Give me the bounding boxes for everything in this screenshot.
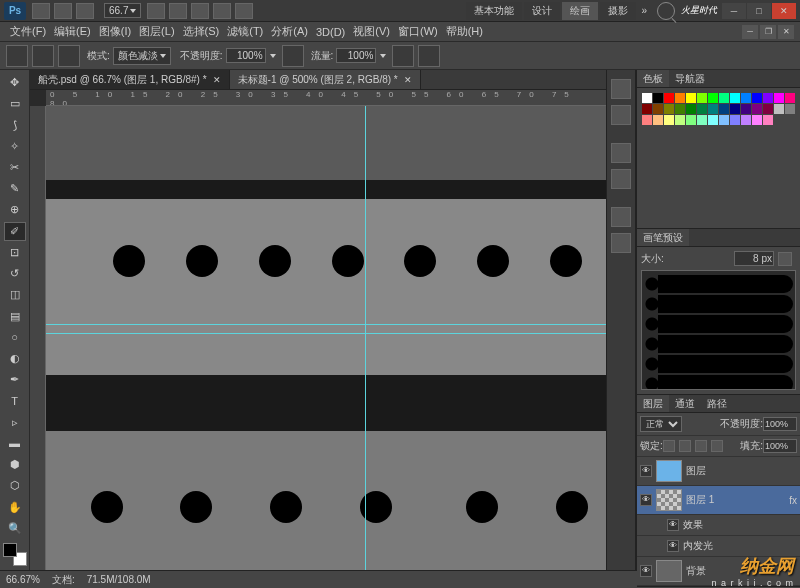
- brush-preset-item[interactable]: [644, 295, 793, 313]
- swatch-color[interactable]: [653, 104, 663, 114]
- swatch-color[interactable]: [664, 104, 674, 114]
- menu-view[interactable]: 视图(V): [349, 24, 394, 39]
- zoomtool-icon[interactable]: [169, 3, 187, 19]
- gradient-tool[interactable]: ▤: [4, 306, 26, 325]
- stamp-tool[interactable]: ⊡: [4, 243, 26, 262]
- opacity-input[interactable]: 100%: [226, 48, 266, 63]
- ruler-horizontal[interactable]: [46, 90, 606, 106]
- status-zoom[interactable]: 66.67%: [6, 574, 40, 585]
- swatch-color[interactable]: [686, 93, 696, 103]
- eyedropper-tool[interactable]: ✎: [4, 179, 26, 198]
- path-tool[interactable]: ▹: [4, 413, 26, 432]
- brush-preset-item[interactable]: [644, 375, 793, 390]
- lock-pixels-icon[interactable]: [679, 440, 691, 452]
- brush-preset-item[interactable]: [644, 335, 793, 353]
- tab-swatches[interactable]: 色板: [637, 70, 669, 87]
- search-icon[interactable]: [657, 2, 675, 20]
- swatch-color[interactable]: [675, 93, 685, 103]
- doc-minimize-button[interactable]: ─: [742, 25, 758, 39]
- hand-icon[interactable]: [147, 3, 165, 19]
- layer-row[interactable]: 👁 图层 1 fx: [637, 486, 800, 515]
- canvas[interactable]: [46, 106, 606, 570]
- swatch-color[interactable]: [675, 115, 685, 125]
- menu-layer[interactable]: 图层(L): [135, 24, 178, 39]
- swatch-color[interactable]: [785, 104, 795, 114]
- 3dcamera-tool[interactable]: ⬡: [4, 476, 26, 495]
- guide-horizontal[interactable]: [46, 324, 606, 325]
- swatch-color[interactable]: [708, 115, 718, 125]
- effect-row[interactable]: 👁 效果: [637, 515, 800, 536]
- workspace-painting[interactable]: 绘画: [562, 2, 598, 20]
- swatch-color[interactable]: [642, 93, 652, 103]
- pressure-size-icon[interactable]: [418, 45, 440, 67]
- history-brush-tool[interactable]: ↺: [4, 264, 26, 283]
- swatch-color[interactable]: [719, 93, 729, 103]
- menu-select[interactable]: 选择(S): [179, 24, 224, 39]
- layer-thumbnail[interactable]: [656, 489, 682, 511]
- actions-panel-icon[interactable]: [611, 105, 631, 125]
- swatch-color[interactable]: [697, 115, 707, 125]
- visibility-icon[interactable]: 👁: [667, 540, 679, 552]
- workspace-basic[interactable]: 基本功能: [466, 2, 522, 20]
- minibridge-icon[interactable]: [54, 3, 72, 19]
- swatch-color[interactable]: [763, 104, 773, 114]
- layer-name[interactable]: 背景: [686, 564, 706, 578]
- tab-brush-presets[interactable]: 画笔预设: [637, 229, 689, 246]
- hand-tool[interactable]: ✋: [4, 497, 26, 516]
- brush-tool[interactable]: ✐: [4, 222, 26, 241]
- bridge-icon[interactable]: [32, 3, 50, 19]
- visibility-icon[interactable]: 👁: [640, 465, 652, 477]
- brush-size-input[interactable]: [734, 251, 774, 266]
- lock-all-icon[interactable]: [711, 440, 723, 452]
- guide-vertical[interactable]: [365, 106, 366, 570]
- swatch-color[interactable]: [752, 104, 762, 114]
- para-panel-icon[interactable]: [611, 233, 631, 253]
- swatch-color[interactable]: [719, 115, 729, 125]
- tab-layers[interactable]: 图层: [637, 395, 669, 412]
- workspace-photo[interactable]: 摄影: [600, 2, 636, 20]
- zoom-tool[interactable]: 🔍: [4, 519, 26, 538]
- airbrush-icon[interactable]: [392, 45, 414, 67]
- doc-close-button[interactable]: ✕: [778, 25, 794, 39]
- rotate-icon[interactable]: [191, 3, 209, 19]
- swatch-color[interactable]: [730, 115, 740, 125]
- tab-close-icon[interactable]: ✕: [404, 75, 412, 85]
- swatch-color[interactable]: [642, 115, 652, 125]
- visibility-icon[interactable]: 👁: [640, 494, 652, 506]
- menu-file[interactable]: 文件(F): [6, 24, 50, 39]
- foreground-color[interactable]: [3, 543, 17, 557]
- brush-toggle-icon[interactable]: [778, 252, 792, 266]
- tab-doc-2[interactable]: 未标题-1 @ 500% (图层 2, RGB/8) *✕: [230, 70, 421, 89]
- layer-opacity-input[interactable]: [763, 417, 797, 431]
- status-doc-size[interactable]: 71.5M/108.0M: [87, 574, 151, 585]
- tab-channels[interactable]: 通道: [669, 395, 701, 412]
- swatch-color[interactable]: [642, 104, 652, 114]
- close-button[interactable]: ✕: [772, 3, 796, 19]
- fx-badge[interactable]: fx: [789, 495, 797, 506]
- layer-thumbnail[interactable]: [656, 460, 682, 482]
- menu-filter[interactable]: 滤镜(T): [223, 24, 267, 39]
- swatch-color[interactable]: [708, 93, 718, 103]
- brush-preset-item[interactable]: [644, 355, 793, 373]
- maximize-button[interactable]: □: [747, 3, 771, 19]
- swatch-color[interactable]: [730, 93, 740, 103]
- swatch-color[interactable]: [730, 104, 740, 114]
- swatch-color[interactable]: [741, 104, 751, 114]
- menu-3d[interactable]: 3D(D): [312, 26, 349, 38]
- pressure-opacity-icon[interactable]: [282, 45, 304, 67]
- clonesource-panel-icon[interactable]: [611, 169, 631, 189]
- tab-doc-1[interactable]: 船壳.psd @ 66.7% (图层 1, RGB/8#) *✕: [30, 70, 230, 89]
- visibility-icon[interactable]: 👁: [667, 519, 679, 531]
- guide-horizontal[interactable]: [46, 333, 606, 334]
- current-tool-icon[interactable]: [6, 45, 28, 67]
- swatch-color[interactable]: [719, 104, 729, 114]
- menu-help[interactable]: 帮助(H): [442, 24, 487, 39]
- swatch-color[interactable]: [741, 115, 751, 125]
- brush-preset-item[interactable]: [644, 275, 793, 293]
- workspace-more-icon[interactable]: »: [641, 5, 647, 16]
- menu-analysis[interactable]: 分析(A): [267, 24, 312, 39]
- workspace-design[interactable]: 设计: [524, 2, 560, 20]
- lock-position-icon[interactable]: [695, 440, 707, 452]
- flow-input[interactable]: 100%: [336, 48, 376, 63]
- swatch-color[interactable]: [675, 104, 685, 114]
